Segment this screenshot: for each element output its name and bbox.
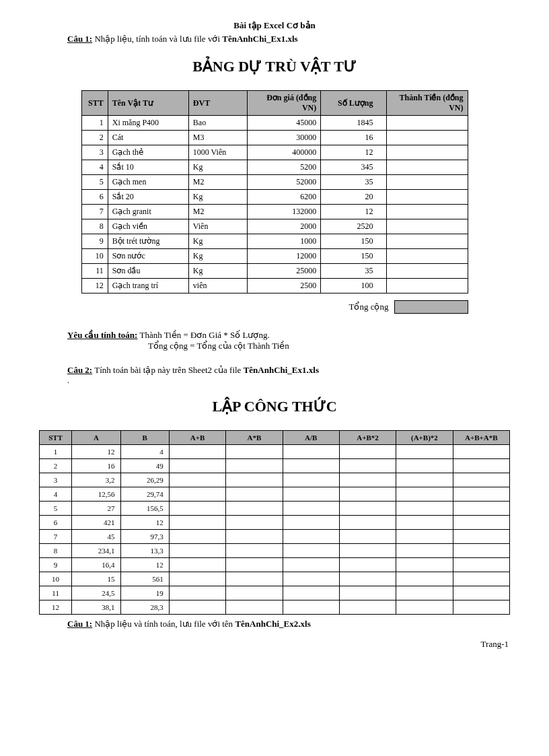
cell-adb [283, 586, 339, 600]
cell-apbab [453, 558, 509, 572]
t2-th-apbt2: (A+B)*2 [396, 431, 453, 445]
cell-apbab [453, 600, 509, 615]
cell-thanhtien [387, 175, 468, 190]
cell-a: 3,2 [72, 473, 120, 487]
cell-thanhtien [387, 116, 468, 131]
cell-thanhtien [387, 219, 468, 234]
cell-thanhtien [387, 249, 468, 264]
cell-soluong: 35 [321, 175, 387, 190]
cell-amb [226, 516, 283, 530]
cell-ten: Cát [108, 131, 188, 145]
cell-apbt2 [396, 502, 453, 516]
main-title-1: BẢNG DỰ TRÙ VẬT TƯ [34, 58, 515, 75]
cau2-label: Câu 2: [67, 365, 92, 375]
total-label: Tổng cộng [349, 302, 389, 312]
cell-stt: 3 [40, 473, 72, 487]
cell-soluong: 150 [321, 234, 387, 249]
cell-apb2 [339, 586, 396, 600]
cell-adb [283, 572, 339, 586]
cell-apbt2 [396, 445, 453, 459]
cell-apb [169, 544, 225, 558]
cell-stt: 8 [81, 219, 108, 234]
cell-amb [226, 445, 283, 459]
t2-th-adb: A/B [283, 431, 339, 445]
cell-ten: Gạch trang trí [108, 279, 188, 294]
table-row: 12Gạch trang tríviên2500100 [81, 279, 468, 294]
cell-apbt2 [396, 459, 453, 473]
cell-a: 16,4 [72, 558, 120, 572]
cell-apb2 [339, 473, 396, 487]
cell-apbab [453, 473, 509, 487]
calc-req-label: Yêu cầu tính toán: [67, 330, 137, 340]
table-vattu: STT Tên Vật Tư ĐVT Đơn giá (đồng VN) Số … [81, 90, 468, 294]
cell-b: 12 [120, 558, 169, 572]
cell-apbt2 [396, 600, 453, 615]
cell-dongia: 52000 [248, 175, 321, 190]
cell-stt: 10 [81, 249, 108, 264]
cell-ten: Sắt 10 [108, 160, 188, 175]
cell-apbab [453, 459, 509, 473]
cell-b: 13,3 [120, 544, 169, 558]
cell-b: 12 [120, 516, 169, 530]
cell-apbab [453, 530, 509, 544]
t2-th-b: B [120, 431, 169, 445]
cell-b: 29,74 [120, 487, 169, 502]
cell-adb [283, 516, 339, 530]
cell-amb [226, 558, 283, 572]
doc-title: Bài tập Excel Cơ bản [34, 20, 515, 31]
cell-a: 24,5 [72, 586, 120, 600]
table-row: 1015561 [40, 572, 510, 586]
cell-dvt: Kg [188, 249, 247, 264]
cell-soluong: 150 [321, 249, 387, 264]
cell-apbt2 [396, 487, 453, 502]
cell-stt: 4 [40, 487, 72, 502]
table-row: 1124 [40, 445, 510, 459]
cell-a: 15 [72, 572, 120, 586]
cell-stt: 6 [40, 516, 72, 530]
cell-apbab [453, 516, 509, 530]
total-row: Tổng cộng [81, 300, 468, 314]
cell-adb [283, 544, 339, 558]
th-dvt: ĐVT [188, 91, 247, 116]
cell-dvt: Kg [188, 234, 247, 249]
cell-dvt: Viên [188, 219, 247, 234]
cell-ten: Bột trét tường [108, 234, 188, 249]
cell-apb [169, 487, 225, 502]
cell-dvt: 1000 Viên [188, 145, 247, 160]
table-row: 412,5629,74 [40, 487, 510, 502]
cell-adb [283, 558, 339, 572]
cell-a: 234,1 [72, 544, 120, 558]
table-row: 10Sơn nướcKg12000150 [81, 249, 468, 264]
cell-stt: 8 [40, 544, 72, 558]
cell-dongia: 25000 [248, 264, 321, 279]
cell-ten: Gạch men [108, 175, 188, 190]
cell-apbab [453, 502, 509, 516]
cell-dvt: M3 [188, 131, 247, 145]
cell-apbab [453, 572, 509, 586]
th-ten: Tên Vật Tư [108, 91, 188, 116]
cell-a: 38,1 [72, 600, 120, 615]
table-congthuc: STT A B A+B A*B A/B A+B*2 (A+B)*2 A+B+A*… [39, 430, 510, 615]
cell-thanhtien [387, 264, 468, 279]
table-row: 11Sơn dầuKg2500035 [81, 264, 468, 279]
cell-b: 19 [120, 586, 169, 600]
cell-apb [169, 516, 225, 530]
cell-soluong: 16 [321, 131, 387, 145]
cell-apb2 [339, 459, 396, 473]
cell-apbab [453, 544, 509, 558]
t2-th-apbab: A+B+A*B [453, 431, 509, 445]
cell-apb2 [339, 544, 396, 558]
cell-ten: Gạch viền [108, 219, 188, 234]
cell-apbt2 [396, 516, 453, 530]
cell-amb [226, 502, 283, 516]
cell-ten: Sơn dầu [108, 264, 188, 279]
table-row: 5Gạch menM25200035 [81, 175, 468, 190]
cell-stt: 10 [40, 572, 72, 586]
th-dongia: Đơn giá (đồng VN) [248, 91, 321, 116]
cell-stt: 7 [81, 205, 108, 219]
cell-apb2 [339, 572, 396, 586]
cell-b: 49 [120, 459, 169, 473]
calc-req-line2: Tổng cộng = Tổng của cột Thành Tiền [148, 341, 515, 351]
cell-a: 45 [72, 530, 120, 544]
cell-adb [283, 600, 339, 615]
